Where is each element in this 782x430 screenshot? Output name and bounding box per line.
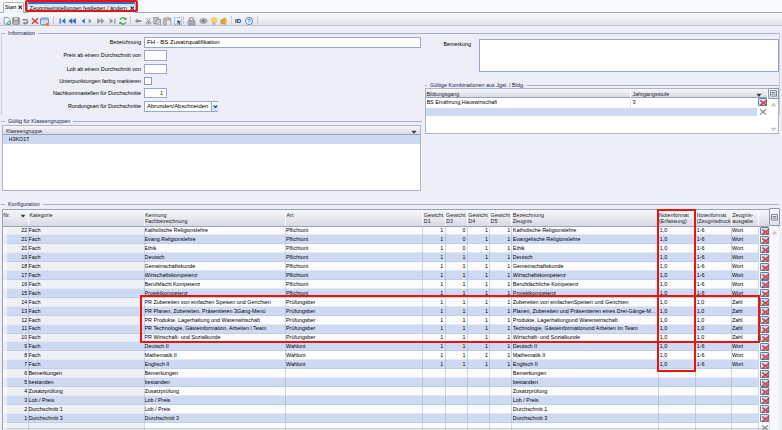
svg-text:?: ? xyxy=(248,18,252,24)
